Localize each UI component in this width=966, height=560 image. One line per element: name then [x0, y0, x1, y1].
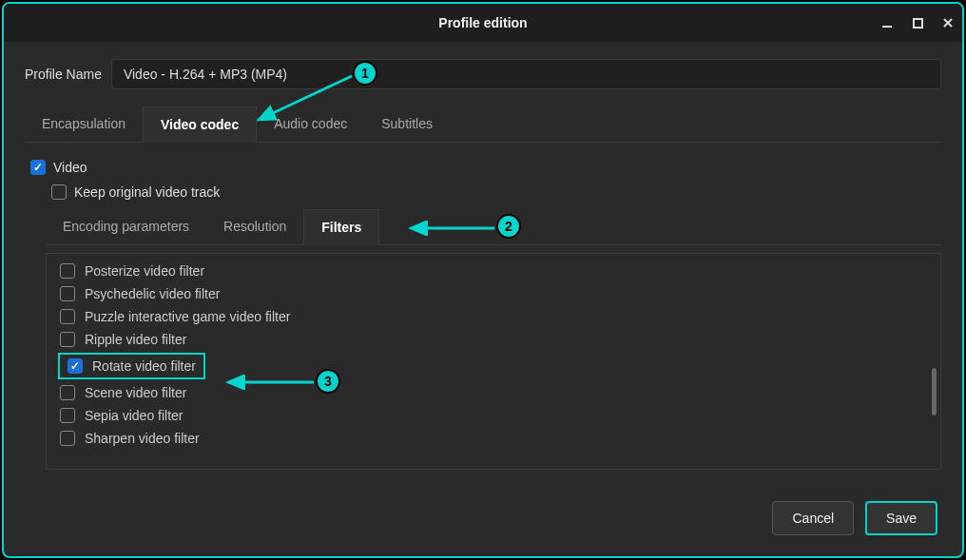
filter-posterize: Posterize video filter: [50, 260, 937, 282]
cancel-button[interactable]: Cancel: [772, 501, 854, 535]
window-controls: [880, 4, 955, 42]
filter-sepia: Sepia video filter: [50, 404, 937, 427]
video-options: Keep original video track Encoding param…: [46, 184, 941, 470]
filter-psychedelic-checkbox[interactable]: [60, 286, 75, 301]
video-codec-panel: Video Keep original video track Encoding…: [25, 143, 941, 470]
filter-psychedelic: Psychedelic video filter: [50, 282, 937, 305]
titlebar: Profile edition: [4, 4, 962, 42]
video-enable-checkbox[interactable]: [30, 160, 46, 175]
scrollbar-thumb[interactable]: [932, 368, 937, 415]
annotation-badge-1: 1: [353, 61, 377, 86]
filter-ripple: Ripple video filter: [50, 328, 937, 351]
keep-original-checkbox[interactable]: [51, 184, 67, 200]
tab-audio-codec[interactable]: Audio codec: [257, 106, 364, 142]
filter-rotate-checkbox[interactable]: [68, 358, 83, 374]
filter-label: Sepia video filter: [85, 408, 184, 423]
filter-sharpen: Sharpen video filter: [50, 427, 937, 450]
svg-rect-0: [882, 26, 892, 28]
subtab-encoding[interactable]: Encoding parameters: [46, 209, 206, 244]
video-enable-row: Video: [30, 160, 936, 175]
svg-rect-1: [914, 19, 922, 28]
filter-sepia-checkbox[interactable]: [60, 408, 75, 423]
subtab-resolution[interactable]: Resolution: [206, 209, 303, 244]
maximize-icon[interactable]: [911, 16, 924, 29]
tab-video-codec[interactable]: Video codec: [143, 106, 257, 143]
filter-rotate: Rotate video filter: [58, 353, 205, 379]
profile-edition-dialog: Profile edition Profile Name Encapsulati…: [2, 2, 964, 558]
save-button[interactable]: Save: [865, 501, 937, 535]
annotation-badge-3: 3: [316, 369, 340, 394]
profile-name-label: Profile Name: [25, 67, 102, 82]
filter-label: Ripple video filter: [85, 332, 186, 347]
dialog-buttons: Cancel Save: [772, 501, 937, 535]
filter-label: Sharpen video filter: [85, 431, 200, 446]
filter-scene-checkbox[interactable]: [60, 385, 75, 400]
filter-puzzle-checkbox[interactable]: [60, 309, 75, 324]
tab-encapsulation[interactable]: Encapsulation: [25, 106, 143, 142]
sub-tabs: Encoding parameters Resolution Filters: [46, 209, 941, 245]
filter-sharpen-checkbox[interactable]: [60, 431, 75, 446]
main-tabs: Encapsulation Video codec Audio codec Su…: [25, 106, 941, 143]
filter-ripple-checkbox[interactable]: [60, 332, 75, 347]
filter-label: Psychedelic video filter: [85, 286, 220, 301]
tab-subtitles[interactable]: Subtitles: [364, 106, 450, 142]
filter-label: Puzzle interactive game video filter: [85, 309, 290, 324]
video-enable-label: Video: [53, 160, 87, 175]
filter-scene: Scene video filter: [50, 381, 937, 404]
close-icon[interactable]: [941, 16, 955, 29]
filter-posterize-checkbox[interactable]: [60, 263, 75, 279]
dialog-content: Profile Name Encapsulation Video codec A…: [4, 42, 962, 487]
annotation-badge-2: 2: [496, 214, 521, 239]
subtab-filters[interactable]: Filters: [303, 209, 379, 245]
filter-label: Posterize video filter: [85, 263, 204, 279]
profile-name-input[interactable]: [111, 59, 941, 89]
minimize-icon[interactable]: [880, 16, 894, 29]
keep-original-label: Keep original video track: [74, 184, 220, 200]
filter-puzzle: Puzzle interactive game video filter: [50, 305, 937, 328]
window-title: Profile edition: [438, 15, 527, 30]
filters-list[interactable]: Posterize video filter Psychedelic video…: [46, 253, 941, 470]
keep-original-row: Keep original video track: [51, 184, 936, 200]
filter-label: Scene video filter: [85, 385, 186, 400]
profile-name-row: Profile Name: [25, 59, 941, 89]
filter-label: Rotate video filter: [92, 358, 196, 374]
